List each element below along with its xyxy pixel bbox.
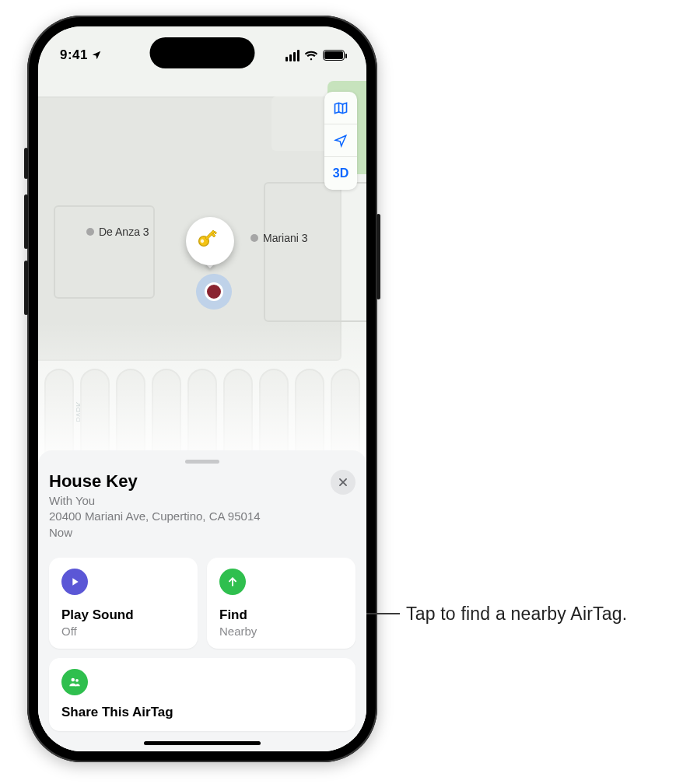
- status-time: 9:41: [60, 47, 88, 63]
- map-poi-label: De Anza 3: [86, 226, 149, 238]
- cellular-signal-icon: [285, 50, 299, 61]
- location-services-icon: [91, 50, 102, 61]
- close-icon: [338, 477, 348, 488]
- item-detail-sheet[interactable]: House Key With You 20400 Mariani Ave, Cu…: [38, 450, 366, 751]
- map-mode-button[interactable]: [324, 92, 357, 124]
- map-controls: 3D: [324, 92, 357, 190]
- item-status: With You: [49, 493, 324, 509]
- play-sound-sub: Off: [61, 625, 185, 638]
- volume-down-button: [24, 261, 28, 315]
- wifi-icon: [304, 50, 318, 61]
- map-poi-label: Mariani 3: [250, 232, 308, 244]
- current-location-marker: [196, 274, 232, 310]
- 3d-label: 3D: [333, 166, 348, 180]
- annotation-text: Tap to find a nearby AirTag.: [406, 604, 627, 625]
- item-address: 20400 Mariani Ave, Cupertino, CA 95014: [49, 509, 324, 524]
- arrow-up-icon: [219, 569, 246, 595]
- find-title: Find: [219, 607, 343, 623]
- home-indicator[interactable]: [144, 741, 261, 745]
- svg-rect-4: [214, 231, 217, 234]
- map-icon: [333, 100, 348, 116]
- people-icon: [61, 669, 88, 695]
- find-sub: Nearby: [219, 625, 343, 638]
- item-timestamp: Now: [49, 525, 324, 541]
- volume-up-button: [24, 194, 28, 249]
- key-icon: [197, 228, 223, 254]
- find-card[interactable]: Find Nearby: [207, 558, 356, 649]
- location-arrow-icon: [334, 134, 348, 148]
- svg-point-6: [75, 679, 79, 682]
- recenter-button[interactable]: [324, 124, 357, 157]
- play-sound-card[interactable]: Play Sound Off: [49, 558, 198, 649]
- share-title: Share This AirTag: [61, 705, 343, 720]
- screen: De Anza 3 Mariani 3 PARK VIRGI: [38, 26, 366, 751]
- dynamic-island: [150, 37, 255, 68]
- item-pin[interactable]: [186, 217, 240, 265]
- iphone-frame: De Anza 3 Mariani 3 PARK VIRGI: [27, 16, 377, 762]
- item-title: House Key: [49, 471, 324, 492]
- close-button[interactable]: [331, 470, 356, 495]
- svg-point-5: [72, 678, 75, 682]
- play-sound-title: Play Sound: [61, 607, 185, 623]
- side-button: [24, 148, 28, 179]
- 3d-toggle-button[interactable]: 3D: [324, 157, 357, 190]
- play-icon: [61, 569, 88, 595]
- battery-icon: [323, 50, 345, 61]
- power-button: [377, 214, 380, 299]
- share-airtag-card[interactable]: Share This AirTag: [49, 658, 356, 731]
- sheet-grabber[interactable]: [185, 460, 219, 464]
